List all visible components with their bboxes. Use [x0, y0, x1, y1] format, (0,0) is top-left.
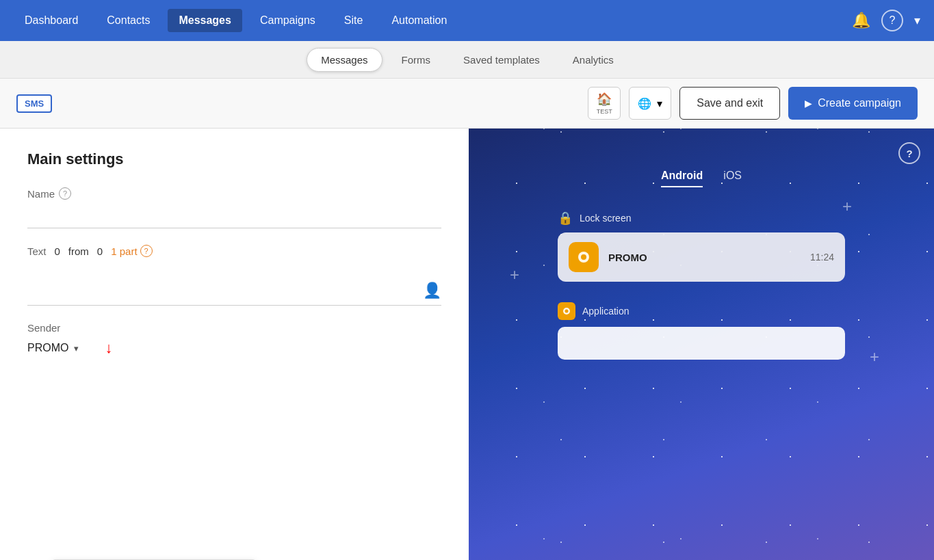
nav-messages[interactable]: Messages [168, 9, 242, 32]
globe-language-button[interactable]: 🌐 ▾ [629, 87, 671, 120]
tab-ios[interactable]: iOS [723, 170, 742, 187]
app-icon-small [558, 302, 575, 320]
sms-badge: SMS [16, 94, 52, 113]
text-part: 1 part ? [111, 245, 152, 257]
name-help-icon[interactable]: ? [59, 187, 71, 200]
nav-items: Dashboard Contacts Messages Campaigns Si… [14, 9, 852, 32]
sender-chevron-icon: ▾ [74, 343, 79, 354]
message-text-area: 👤 [27, 263, 441, 306]
sender-dropdown[interactable]: PROMO ▾ ↓ [27, 339, 441, 357]
red-arrow-down-icon: ↓ [105, 339, 112, 357]
svg-point-3 [565, 310, 569, 313]
subnav-forms[interactable]: Forms [388, 49, 445, 71]
notification-title: PROMO [608, 252, 801, 263]
play-icon: ▶ [805, 98, 812, 109]
nav-site[interactable]: Site [333, 9, 374, 32]
create-campaign-button[interactable]: ▶ Create campaign [788, 87, 918, 120]
sub-navigation: Messages Forms Saved templates Analytics [0, 41, 934, 79]
tab-android[interactable]: Android [661, 170, 703, 187]
application-input-bar [558, 327, 845, 360]
sender-label: Sender [27, 322, 441, 334]
test-label: TEST [597, 108, 612, 115]
notification-card: PROMO 11:24 [558, 232, 845, 282]
house-icon: 🏠 [597, 92, 612, 107]
lock-screen-header: 🔒 Lock screen [558, 211, 845, 226]
preview-panel: + + + ? Android iOS 🔒 Lock screen [469, 129, 934, 560]
application-label: Application [582, 306, 630, 317]
help-icon[interactable]: ? [881, 10, 903, 31]
notification-time: 11:24 [810, 252, 834, 263]
sender-value: PROMO [27, 342, 68, 354]
text-count2: 0 [97, 245, 103, 257]
message-textarea[interactable] [27, 263, 441, 297]
subnav-analytics[interactable]: Analytics [559, 49, 627, 71]
text-part-help-icon[interactable]: ? [140, 245, 153, 257]
notification-app-icon [569, 242, 599, 272]
nav-dashboard[interactable]: Dashboard [14, 9, 89, 32]
notification-content: PROMO [608, 252, 801, 263]
test-button[interactable]: 🏠 TEST [588, 87, 621, 120]
top-navigation: Dashboard Contacts Messages Campaigns Si… [0, 0, 934, 41]
page-title: Main settings [27, 150, 441, 168]
save-and-exit-button[interactable]: Save and exit [679, 87, 780, 120]
plus-decoration-1: + [510, 265, 519, 284]
nav-automation[interactable]: Automation [380, 9, 458, 32]
platform-tabs: Android iOS [661, 170, 742, 187]
lock-screen-label: Lock screen [580, 213, 631, 224]
svg-point-1 [581, 254, 586, 260]
nav-contacts[interactable]: Contacts [96, 9, 161, 32]
nav-dropdown-arrow[interactable]: ▾ [914, 13, 920, 28]
application-header: Application [558, 302, 845, 320]
toolbar: SMS 🏠 TEST 🌐 ▾ Save and exit ▶ Create ca… [0, 79, 934, 129]
nav-right-icons: 🔔 ? ▾ [852, 10, 920, 31]
name-input[interactable] [27, 205, 441, 228]
settings-panel: Main settings Name ? Text 0 from 0 1 par… [0, 129, 469, 560]
main-content: Main settings Name ? Text 0 from 0 1 par… [0, 129, 934, 560]
create-campaign-label: Create campaign [818, 97, 901, 109]
bell-icon[interactable]: 🔔 [852, 12, 870, 29]
lock-icon: 🔒 [558, 211, 573, 226]
globe-chevron-icon: ▾ [657, 97, 662, 110]
text-from-label: from [68, 245, 89, 257]
name-field-label: Name ? [27, 187, 441, 200]
plus-decoration-2: + [870, 347, 879, 366]
text-count: 0 [55, 245, 60, 257]
preview-help-button[interactable]: ? [898, 142, 920, 164]
text-label: Text [27, 245, 47, 257]
nav-campaigns[interactable]: Campaigns [249, 9, 326, 32]
globe-icon: 🌐 [638, 97, 651, 110]
lock-screen-section: 🔒 Lock screen PROMO 11:24 [558, 211, 845, 360]
subnav-saved-templates[interactable]: Saved templates [450, 49, 554, 71]
text-field-row: Text 0 from 0 1 part ? [27, 245, 441, 257]
subnav-messages[interactable]: Messages [307, 48, 382, 72]
personalization-icon[interactable]: 👤 [423, 282, 441, 299]
